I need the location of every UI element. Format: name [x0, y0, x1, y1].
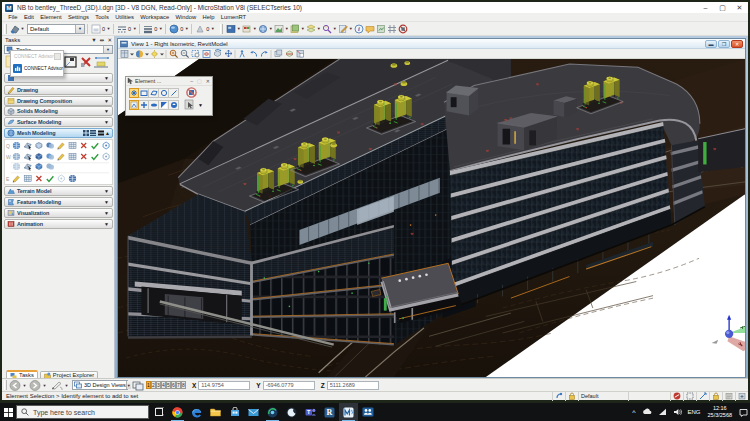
toolbox-maximize-icon[interactable]: ▢	[197, 78, 202, 84]
mesh-tool-icon[interactable]	[36, 154, 42, 160]
list-view-icon[interactable]	[90, 130, 96, 136]
mesh-tool-icon[interactable]	[103, 153, 109, 160]
teams-icon[interactable]: T	[301, 403, 320, 421]
view-toggle-8[interactable]: 8	[181, 381, 186, 389]
active-line-weight-icon[interactable]	[142, 23, 153, 34]
mesh-tool-icon[interactable]	[46, 153, 54, 159]
microstation-icon[interactable]	[339, 403, 358, 421]
toolbox-title-bar[interactable]: Element ... – ▢ ✕	[126, 77, 212, 86]
section-surface-modeling[interactable]: Surface Modeling ▼	[4, 117, 113, 127]
view-content[interactable]: Element ... – ▢ ✕ ▼	[118, 59, 745, 377]
active-color-dropdown[interactable]: ▼	[106, 23, 111, 34]
grid-view-icon[interactable]	[83, 130, 89, 136]
project-explorer-icon[interactable]	[375, 23, 386, 34]
active-weight-dropdown[interactable]: ▼	[158, 23, 163, 34]
chrome-icon[interactable]	[168, 403, 187, 421]
active-transparency-dropdown[interactable]: ▼	[210, 23, 215, 34]
mesh-tool-icon[interactable]	[13, 153, 20, 160]
forward-dropdown[interactable]: ▼	[42, 380, 47, 391]
active-level-combo[interactable]: Default ▼	[27, 24, 85, 34]
menu-window[interactable]: Window	[172, 14, 199, 20]
element-information-icon[interactable]	[321, 23, 332, 34]
active-style-dropdown[interactable]: ▼	[132, 23, 137, 34]
menu-utilities[interactable]: Utilities	[112, 14, 137, 20]
mesh-tool-icon[interactable]	[69, 154, 76, 160]
compress-icon[interactable]	[735, 392, 748, 401]
view-minimize-button[interactable]: ▬	[705, 40, 717, 48]
mode-new-button[interactable]	[129, 100, 139, 110]
section-drawing-composition[interactable]: Drawing Composition ▼	[4, 96, 113, 106]
active-level-cell[interactable]: Default	[578, 392, 628, 401]
disable-handles-button[interactable]	[186, 87, 197, 98]
snap-mode-icon[interactable]	[552, 392, 565, 401]
markups-icon[interactable]	[337, 23, 348, 34]
tab-tasks[interactable]: Tasks	[6, 370, 38, 378]
cloud-icon[interactable]	[642, 408, 652, 416]
element-selection-toolbox[interactable]: Element ... – ▢ ✕ ▼	[125, 76, 213, 116]
element-template-dropdown[interactable]: ▼	[20, 23, 25, 34]
active-color-icon[interactable]	[90, 23, 101, 34]
menu-edit[interactable]: Edit	[21, 14, 37, 20]
panel-menu-icon[interactable]: ▼	[91, 37, 96, 43]
edge-icon[interactable]	[187, 403, 206, 421]
redline-dropdown[interactable]: ▼	[64, 380, 69, 391]
toolbar-grip[interactable]	[4, 24, 7, 34]
section-terrain-model[interactable]: Terrain Model ▼	[4, 186, 113, 196]
method-circle-button[interactable]	[159, 88, 169, 98]
menu-workspace[interactable]: Workspace	[137, 14, 172, 20]
mesh-tool-icon[interactable]	[36, 164, 42, 170]
menu-help[interactable]: Help	[199, 14, 217, 20]
menu-lumenrt[interactable]: LumenRT	[218, 14, 250, 20]
active-line-style-icon[interactable]	[116, 23, 127, 34]
method-individual-button[interactable]	[129, 88, 139, 98]
section-drawing[interactable]: Drawing ▼	[4, 85, 113, 95]
element-template-icon[interactable]	[9, 23, 20, 34]
z-coord-field[interactable]: 5111.2689	[327, 381, 379, 390]
panel-pin-icon[interactable]: ⇹	[100, 37, 105, 43]
no-selection-icon[interactable]	[670, 392, 683, 401]
locks-icon[interactable]	[565, 392, 578, 401]
mesh-tool-icon[interactable]	[13, 176, 19, 182]
level-display-icon[interactable]	[305, 23, 316, 34]
mesh-tool-icon[interactable]	[46, 142, 54, 148]
mesh-tool-icon[interactable]	[24, 164, 31, 171]
mesh-tool-icon[interactable]	[24, 143, 31, 150]
saved-views-icon[interactable]	[241, 23, 252, 34]
mesh-tool-icon[interactable]	[69, 143, 76, 149]
level-combo-arrow[interactable]: ▼	[75, 25, 84, 33]
mesh-tool-icon[interactable]	[13, 163, 20, 170]
models-icon[interactable]	[225, 23, 236, 34]
mesh-tool-icon[interactable]	[103, 142, 109, 149]
taskbar-search-box[interactable]: Type here to search	[16, 405, 149, 419]
active-class-dropdown[interactable]: ▼	[184, 23, 189, 34]
select-all-button[interactable]	[184, 99, 194, 110]
connect-advisor-label[interactable]: CONNECT Advisor	[24, 66, 63, 71]
menu-tools[interactable]: Tools	[92, 14, 112, 20]
panel-view-icon[interactable]	[98, 130, 104, 136]
selection-set-icon[interactable]	[683, 392, 696, 401]
people-icon[interactable]	[358, 403, 377, 421]
menu-element[interactable]: Element	[37, 14, 65, 20]
section-mesh-modeling[interactable]: Mesh Modeling ▲	[4, 128, 113, 138]
mesh-tool-icon[interactable]	[69, 175, 76, 182]
mail-icon[interactable]	[244, 403, 263, 421]
mode-subtract-button[interactable]	[149, 100, 159, 110]
toolbox-minimize-icon[interactable]: –	[190, 78, 193, 84]
taskbar-clock[interactable]: 12:16 25/3/2568	[708, 405, 732, 419]
toolbox-expand-arrow[interactable]: ▼	[198, 102, 203, 108]
view-toggles-icon[interactable]	[132, 380, 144, 391]
vg-grip[interactable]	[4, 380, 7, 390]
view-title-bar[interactable]: View 1 - Right Isometric, RevitModel ▬ ❐…	[118, 39, 745, 49]
tray-chevron-icon[interactable]: ^	[632, 409, 635, 416]
references-icon[interactable]	[257, 23, 268, 34]
tasks-combo-arrow[interactable]: ▼	[103, 46, 112, 53]
mesh-tool-icon[interactable]	[81, 154, 86, 159]
task-view-icon[interactable]	[149, 403, 168, 421]
revit-icon[interactable]: R	[320, 403, 339, 421]
active-transparency-icon[interactable]	[194, 23, 205, 34]
menu-settings[interactable]: Settings	[65, 14, 92, 20]
section-solids-modeling[interactable]: Solids Modeling ▼	[4, 106, 113, 116]
volume-icon[interactable]	[673, 408, 682, 417]
maximize-button[interactable]: ▢	[714, 2, 731, 13]
view-group-combo[interactable]: 3D Design Views ▼	[72, 380, 128, 390]
